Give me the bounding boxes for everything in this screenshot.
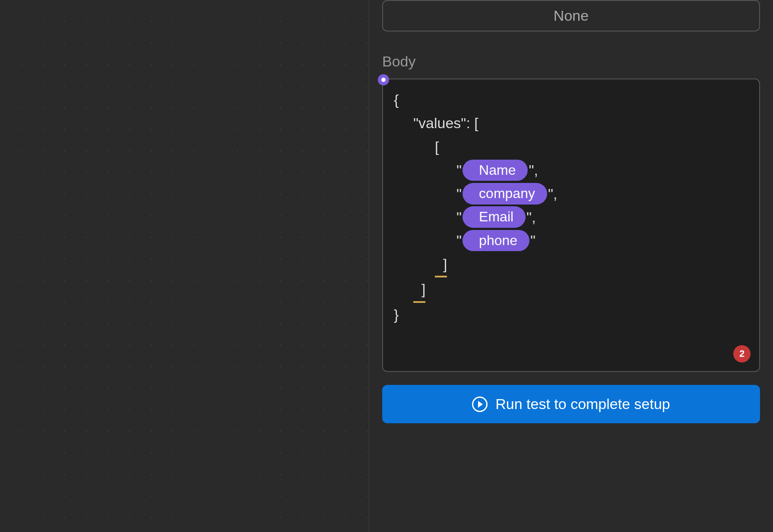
- variable-pill-company[interactable]: company: [463, 183, 547, 205]
- none-label: None: [554, 7, 589, 24]
- run-test-button[interactable]: Run test to complete setup: [382, 385, 760, 423]
- variable-pill-email[interactable]: Email: [463, 206, 526, 228]
- variable-pill-phone[interactable]: phone: [463, 230, 529, 252]
- code-line: "values": [: [394, 111, 748, 135]
- code-line: "Email",: [394, 205, 748, 229]
- body-code-editor[interactable]: { "values": [ [ "Name", "company", "Emai…: [382, 79, 760, 372]
- lint-underline: ]: [413, 277, 425, 302]
- run-button-label: Run test to complete setup: [495, 396, 670, 412]
- code-line: [: [394, 135, 748, 158]
- code-line: ]: [394, 252, 748, 277]
- error-count-badge[interactable]: 2: [733, 345, 751, 362]
- config-panel: None Body { "values": [ [ "Name", "compa…: [369, 0, 773, 532]
- body-radio-indicator[interactable]: [378, 74, 389, 85]
- code-line: }: [394, 303, 748, 326]
- code-line: {: [394, 88, 748, 111]
- code-line: ]: [394, 277, 748, 302]
- code-line: "company",: [394, 182, 748, 205]
- code-line: "Name",: [394, 158, 748, 182]
- none-selector-box[interactable]: None: [382, 0, 760, 31]
- body-section-label: Body: [382, 53, 760, 70]
- json-key: "values": [413, 111, 466, 135]
- variable-pill-name[interactable]: Name: [463, 160, 528, 181]
- code-line: "phone": [394, 229, 748, 252]
- play-circle-icon: [472, 397, 488, 412]
- error-count: 2: [739, 346, 744, 361]
- lint-underline: ]: [435, 252, 447, 277]
- canvas-area[interactable]: [0, 0, 369, 532]
- body-container: { "values": [ [ "Name", "company", "Emai…: [382, 79, 760, 372]
